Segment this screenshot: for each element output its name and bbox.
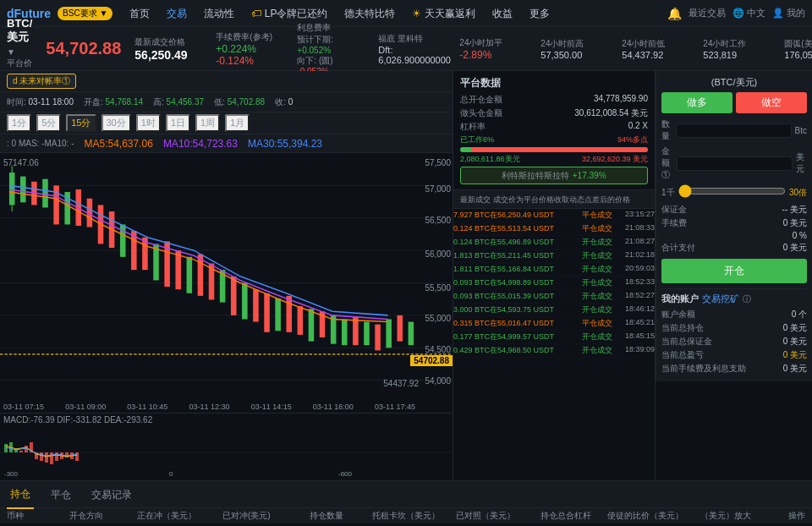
bottom-table-header: 币种 开仓方向 正在冲（美元） 已对冲(美元) 持仓数量 托租卡坎（美元） 已对… [0,507,812,523]
change-val: -2.89% [459,49,527,61]
price-level-5: 56,500 [425,216,451,225]
order-panel: (BTC/美元) 做多 做空 数量 Btc 金额 ① 美元 1 千 [656,71,812,480]
th-action: 操作 [765,510,805,522]
fee-up: +0.224% [216,43,283,55]
time-1m[interactable]: 1分 [7,114,31,132]
account-title-row: 我的账户 交易挖矿 ⓘ [661,293,807,305]
th-hedge: 正在冲（美元） [127,510,206,522]
order-total-val: 0 美元 [783,242,807,254]
account-btn[interactable]: 👤 我的 [772,7,805,19]
time-1d[interactable]: 1日 [166,114,190,132]
amount-input[interactable] [677,156,793,171]
platform-long-row: 做头仓金额 30,612,008.54 美元 [460,107,648,119]
long-short-labels: 已工作6% 94%多点 [460,134,648,145]
platform-total-val: 34,778,959.90 [594,94,648,106]
svg-rect-9 [20,177,26,203]
ticker-interest: 利息费率 预计下期: +0.052% 向下: (圆) -0.052% [297,22,365,76]
list-item: 0.315 BTC在55,016.47 USDT 平仓成交 18:45:21 [453,317,655,331]
ticker-volume-usd: 圆弧(美元) 176,058,984.89 [784,38,812,60]
trade-mining-tab[interactable]: 交易挖矿 [702,293,739,305]
leverage-slider[interactable] [678,184,786,198]
account-position-val: 0 美元 [783,322,807,334]
th-compare: 已对照（美元） [446,510,525,522]
svg-rect-28 [231,277,237,315]
leverage-max: 30倍 [789,187,807,199]
ma-indicator: : 0 MAS: -MA10: - [7,139,74,148]
nav-home[interactable]: 首页 [123,0,156,27]
tab-positions[interactable]: 持仓 [7,480,34,509]
time-1w[interactable]: 1周 [195,114,220,132]
open-position-btn[interactable]: 开仓 [661,259,807,283]
nav-trade[interactable]: 交易 [160,0,194,27]
list-item: 7.927 BTC在56,250.49 USDT 平仓成交 23:15:27 [453,209,655,222]
language-btn[interactable]: 🌐 中文 [732,7,765,19]
th-amplify: （美元）放大 [685,510,765,522]
time-1h[interactable]: 1时 [136,114,161,132]
svg-rect-30 [253,289,259,321]
price-level-7: 57,500 [425,158,451,167]
chart-low-label: 54437.92 [383,379,419,388]
tab-closed[interactable]: 平仓 [47,481,74,508]
macd-chart: MACD:-76.39 DIF:-331.82 DEA:-293.62 [0,413,453,480]
list-item: 0.177 BTC在54,999.57 USDT 开仓成交 18:45:15 [453,331,655,344]
account-margin-row: 当前总保证金 0 美元 [661,336,807,348]
order-handling-val: 0 美元 [783,217,807,229]
svg-rect-35 [309,309,315,341]
bsc-badge[interactable]: BSC要求 ▼ [58,7,112,20]
chart-high-label: 57147.06 [3,158,39,167]
nav-income[interactable]: 收益 [486,0,519,27]
main-content: d 未来对帐率① 时间: 03-11 18:00 开盘: 54,768.14 高… [0,71,812,480]
svg-rect-40 [364,322,370,346]
svg-rect-32 [275,299,281,331]
time-5m[interactable]: 5分 [36,114,61,132]
volume-usd: 176,058,984.89 [784,50,812,60]
time-15m[interactable]: 15分 [66,114,96,132]
account-pnl-row: 当前总盈亏 0 美元 [661,349,807,361]
chart-ohlc-row: 时间: 03-11 18:00 开盘: 54,768.14 高: 54,456.… [0,92,453,112]
tab-history[interactable]: 交易记录 [88,481,135,508]
order-fee-row: 保证金 -- 美元 [661,204,807,216]
list-item: 0.124 BTC在55,513.54 USDT 平仓成交 21:08:33 [453,222,655,236]
chart-canvas: 57,500 57,000 56,500 56,000 55,500 55,00… [0,153,453,413]
platform-data: 平台数据 总开仓金额 34,778,959.90 做头仓金额 30,612,00… [453,71,655,190]
fee-down: -0.124% [216,55,283,67]
leverage-slider-wrap [678,184,786,200]
btn-long[interactable]: 做多 [661,92,732,113]
account-balance-row: 账户余额 0 个 [661,309,807,321]
svg-rect-11 [42,179,48,208]
chart-toolbar: 1分 5分 15分 30分 1时 1日 1周 1月 [0,112,453,134]
ticker-pair: BTC/美元 ▼ [7,17,32,58]
bell-icon[interactable]: 🔔 [667,7,682,20]
platform-leverage-row: 杠杆率 0.2 X [460,121,648,133]
order-pair-title: (BTC/美元) [661,76,807,89]
trade-list: 7.927 BTC在56,250.49 USDT 平仓成交 23:15:27 0… [453,209,655,378]
chart-indicator-bar: d 未来对帐率① [0,71,453,92]
order-direction-buttons: 做多 做空 [661,92,807,113]
nav-reward[interactable]: ☀ 天天赢返利 [405,0,481,27]
nav-more[interactable]: 更多 [523,0,557,27]
svg-rect-43 [397,315,403,342]
recent-trade-btn[interactable]: 最近交易 [689,7,726,19]
th-rental: 托租卡坎（美元） [366,510,446,522]
time-30m[interactable]: 30分 [102,114,131,132]
th-direction: 开仓方向 [47,510,126,522]
future-badge: d 未来对帐率① [7,74,76,89]
ticker-last-val: 56,250.49 [134,48,202,62]
qty-input[interactable] [676,123,792,138]
long-pct-label: 已工作6% [460,134,494,145]
ticker-main-price: 54,702.88 [46,39,121,58]
account-margin-val: 0 美元 [783,336,807,348]
order-handling-row: 手续费 0 美元 [661,217,807,229]
time-1mo[interactable]: 1月 [225,114,250,132]
nav-liquidity[interactable]: 流动性 [197,0,241,27]
platform-amounts: 2,080,611.86美元 32,692,620.39 美元 [460,154,648,165]
btn-short[interactable]: 做空 [736,92,807,113]
nav-right: 🔔 最近交易 🌐 中文 👤 我的 [667,7,805,20]
svg-rect-44 [409,322,414,346]
th-hedged: 已对冲(美元) [206,510,286,522]
th-apostle: 使徒的比价（美元） [606,510,685,522]
svg-rect-54 [40,452,43,461]
svg-rect-34 [298,306,304,335]
svg-rect-42 [386,319,392,348]
platform-title: 平台数据 [460,76,648,90]
